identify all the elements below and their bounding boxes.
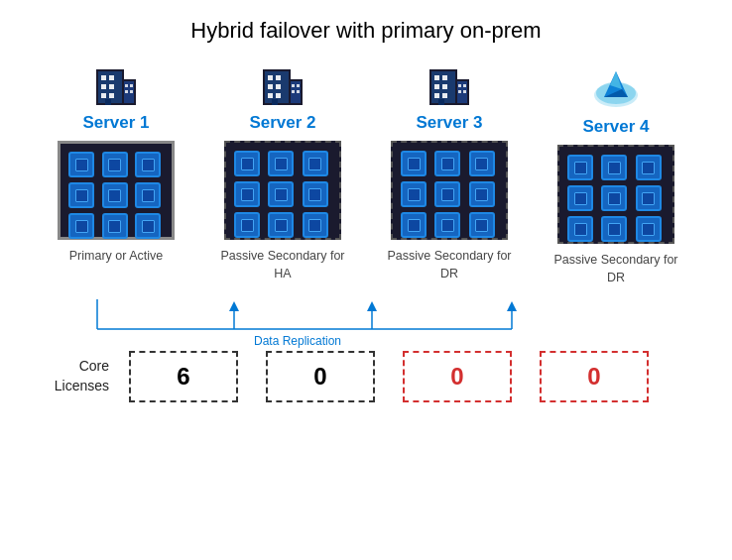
- server-col-4: Server 4 Passive Secondary for DR: [547, 61, 685, 299]
- cpu-4-1: [567, 155, 593, 180]
- cpu-3-6: [469, 181, 495, 207]
- server-3-box: [391, 141, 508, 240]
- building-icon-3: [426, 61, 473, 113]
- svg-rect-32: [434, 75, 439, 80]
- server-col-3: Server 3 Passive Secondary for DR: [380, 61, 519, 295]
- svg-rect-13: [125, 90, 128, 93]
- svg-rect-28: [292, 90, 295, 93]
- cpu-2-8: [268, 212, 294, 238]
- server-4-box: [557, 145, 674, 244]
- cpu-4-7: [567, 216, 593, 242]
- cpu-1-5: [102, 182, 128, 208]
- cpu-4-8: [601, 216, 627, 242]
- cpu-3-5: [434, 181, 460, 207]
- cpu-1-8: [102, 213, 128, 239]
- building-icon-1: [92, 61, 140, 113]
- svg-rect-5: [109, 84, 114, 89]
- license-boxes: 6 0 0 0: [129, 351, 649, 402]
- svg-rect-3: [109, 75, 114, 80]
- svg-rect-12: [130, 84, 133, 87]
- svg-marker-55: [367, 301, 377, 311]
- svg-marker-53: [229, 301, 239, 311]
- cpu-1-6: [135, 182, 161, 208]
- license-box-4: 0: [540, 351, 649, 402]
- cpu-2-7: [234, 212, 260, 238]
- cpu-1-2: [102, 152, 128, 177]
- svg-rect-29: [297, 90, 300, 93]
- cpu-4-4: [567, 185, 593, 211]
- cpu-2-9: [303, 212, 328, 238]
- svg-rect-14: [130, 90, 133, 93]
- cpu-4-2: [601, 155, 627, 180]
- server-3-label: Server 3: [416, 113, 482, 133]
- cpu-2-1: [234, 151, 260, 176]
- cpu-1-3: [135, 152, 161, 177]
- cloud-icon-4: [590, 61, 642, 117]
- cpu-3-3: [469, 151, 495, 176]
- svg-rect-23: [272, 99, 278, 105]
- svg-rect-35: [442, 84, 447, 89]
- cpu-1-1: [68, 152, 94, 177]
- diagram-area: Server 1 Primary or Active: [0, 61, 732, 299]
- svg-marker-58: [507, 301, 517, 311]
- svg-rect-4: [101, 84, 106, 89]
- cpu-4-6: [636, 185, 662, 211]
- server-2-box: [224, 141, 341, 240]
- building-icon-2: [259, 61, 306, 113]
- cpu-1-4: [68, 182, 94, 208]
- svg-rect-34: [434, 84, 439, 89]
- svg-rect-8: [105, 99, 111, 105]
- cpu-3-1: [401, 151, 427, 176]
- svg-rect-43: [458, 90, 461, 93]
- svg-rect-19: [268, 84, 273, 89]
- svg-rect-2: [101, 75, 106, 80]
- server-1-label: Server 1: [82, 113, 149, 133]
- svg-rect-36: [434, 93, 439, 98]
- cpu-2-4: [234, 181, 260, 207]
- svg-rect-11: [125, 84, 128, 87]
- cpu-4-3: [636, 155, 662, 180]
- svg-text:Data Replication: Data Replication: [254, 334, 341, 348]
- license-box-2: 0: [266, 351, 375, 402]
- server-4-label: Server 4: [582, 117, 649, 137]
- licenses-area: CoreLicenses 6 0 0 0: [0, 351, 732, 402]
- server-1-desc: Primary or Active: [69, 248, 163, 295]
- cpu-2-2: [268, 151, 294, 176]
- cpu-3-2: [434, 151, 460, 176]
- svg-rect-7: [109, 93, 114, 98]
- svg-rect-44: [463, 90, 466, 93]
- svg-rect-41: [458, 84, 461, 87]
- svg-rect-6: [101, 93, 106, 98]
- svg-rect-38: [438, 99, 444, 105]
- server-1-box: [58, 141, 175, 240]
- cpu-3-4: [401, 181, 427, 207]
- cpu-4-5: [601, 185, 627, 211]
- cpu-2-3: [303, 151, 328, 176]
- replication-arrows-area: Data Replication: [0, 299, 732, 349]
- core-licenses-label: CoreLicenses: [30, 357, 109, 395]
- server-3-desc: Passive Secondary for DR: [380, 248, 519, 295]
- svg-rect-37: [442, 93, 447, 98]
- cpu-3-7: [401, 212, 427, 238]
- cpu-3-8: [434, 212, 460, 238]
- svg-rect-21: [268, 93, 273, 98]
- server-4-desc: Passive Secondary for DR: [547, 252, 685, 299]
- svg-rect-33: [442, 75, 447, 80]
- svg-rect-20: [276, 84, 281, 89]
- page-title: Hybrid failover with primary on-prem: [0, 0, 732, 44]
- svg-rect-22: [276, 93, 281, 98]
- server-col-2: Server 2 Passive Secondary for HA: [213, 61, 352, 295]
- svg-rect-17: [268, 75, 273, 80]
- cpu-3-9: [469, 212, 495, 238]
- server-col-1: Server 1 Primary or Active: [47, 61, 185, 295]
- cpu-1-9: [135, 213, 161, 239]
- license-box-1: 6: [129, 351, 238, 402]
- svg-rect-27: [297, 84, 300, 87]
- cpu-1-7: [68, 213, 94, 239]
- svg-rect-18: [276, 75, 281, 80]
- svg-rect-26: [292, 84, 295, 87]
- svg-rect-42: [463, 84, 466, 87]
- cpu-2-6: [303, 181, 328, 207]
- server-2-desc: Passive Secondary for HA: [213, 248, 352, 295]
- license-box-3: 0: [403, 351, 512, 402]
